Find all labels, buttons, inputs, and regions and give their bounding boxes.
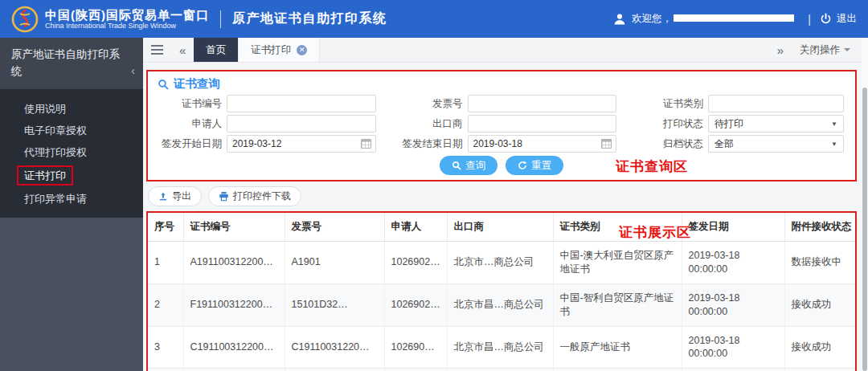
- search-button-label: 查询: [465, 159, 485, 173]
- cert-type-label: 证书类别: [637, 97, 708, 111]
- cell-exporter: 北京市昌…商总公司: [447, 326, 553, 369]
- cell-seq: 2: [148, 283, 183, 326]
- start-date-input[interactable]: [227, 135, 376, 153]
- tab-certificate-print-label: 证书打印: [251, 43, 291, 57]
- sidebar-item[interactable]: 打印异常申请: [0, 188, 143, 210]
- field-end-date: 签发结束日期: [397, 135, 617, 153]
- header-divider: [220, 10, 221, 28]
- body-row: 原产地证书自助打印系统 ‹ 使用说明 电子印章授权 代理打印授权: [0, 38, 868, 371]
- tab-close-icon[interactable]: ✕: [297, 45, 307, 55]
- tab-home[interactable]: 首页: [194, 38, 238, 62]
- app-title: 原产地证书自助打印系统: [232, 10, 387, 27]
- cell-cert-type: 一般原产地证书: [553, 326, 682, 369]
- table-row[interactable]: 2 F191100312200… 15101D32… 1026902… 北京市昌…: [148, 283, 855, 326]
- field-cert-no: 证书编号: [156, 95, 376, 112]
- sidebar-collapse-icon[interactable]: ‹: [131, 61, 135, 80]
- sidebar-item[interactable]: 证书打印: [0, 163, 143, 188]
- table-body: 1 A191100312200… A1901 1026902… 北京市…商总公司…: [148, 242, 855, 371]
- sidebar-filler: [0, 218, 143, 371]
- query-panel: 证书查询 证书编号 发票号 证书类别: [146, 70, 857, 181]
- cell-cert-type: 中国-智利自贸区原产地证书: [553, 283, 682, 326]
- field-exporter: 出口商: [397, 115, 617, 132]
- cell-cert-no: F191100312200…: [183, 283, 285, 326]
- table-header-cell: 出口商: [447, 213, 553, 242]
- cert-no-input[interactable]: [227, 95, 376, 112]
- scrollbar-thumb[interactable]: [862, 88, 867, 371]
- table-header-cell: 序号: [148, 213, 183, 242]
- vertical-scrollbar[interactable]: [862, 38, 868, 371]
- table-header-cell: 申请人: [384, 213, 447, 242]
- query-area-annotation: 证书查询区: [616, 157, 688, 176]
- export-icon: [158, 191, 168, 202]
- tab-bar-right: » 关闭操作: [769, 38, 862, 62]
- sidebar-item-label: 使用说明: [24, 103, 66, 115]
- archive-status-label: 归档状态: [637, 137, 708, 151]
- table-header-cell: 发票号: [285, 213, 384, 242]
- end-date-input[interactable]: [468, 135, 617, 153]
- select-caret-icon: ▼: [831, 120, 837, 128]
- scroll-tabs-left-icon[interactable]: «: [171, 38, 194, 62]
- print-control-download-button[interactable]: 打印控件下载: [208, 186, 301, 206]
- sidebar-title: 原产地证书自助打印系统 ‹: [0, 38, 143, 89]
- search-button[interactable]: 查询: [440, 156, 497, 175]
- brand-text: 中国(陕西)国际贸易单一窗口 China International Trade…: [45, 8, 209, 31]
- sidebar-item[interactable]: 使用说明: [0, 98, 143, 120]
- cell-attach-status: 接收成功: [784, 326, 855, 369]
- print-control-download-label: 打印控件下载: [233, 190, 291, 203]
- field-applicant: 申请人: [156, 115, 376, 132]
- printer-icon: [219, 191, 229, 202]
- export-button[interactable]: 导出: [148, 186, 202, 206]
- close-operations-dropdown[interactable]: 关闭操作: [792, 43, 862, 57]
- sidebar-item[interactable]: 电子印章授权: [0, 120, 143, 141]
- welcome-text: 欢迎您，: [632, 12, 672, 26]
- close-operations-label: 关闭操作: [800, 43, 840, 57]
- page-area: 证书查询 证书编号 发票号 证书类别: [143, 63, 862, 371]
- table-header-cell: 证书编号: [183, 213, 285, 242]
- cert-type-input[interactable]: [708, 95, 844, 112]
- calendar-icon[interactable]: [361, 139, 371, 149]
- table-header-cell: 附件接收状态: [784, 213, 855, 242]
- reset-button[interactable]: 重置: [506, 156, 563, 175]
- query-form: 证书编号 发票号 证书类别 申请人: [156, 95, 847, 153]
- archive-status-value: 全部: [714, 137, 734, 151]
- print-status-label: 打印状态: [637, 117, 708, 131]
- sidebar-item-label: 代理打印授权: [24, 146, 87, 158]
- exporter-input[interactable]: [468, 115, 617, 132]
- calendar-icon[interactable]: [601, 139, 612, 149]
- search-icon: [452, 161, 461, 170]
- field-cert-type: 证书类别: [637, 95, 844, 112]
- reset-button-label: 重置: [531, 159, 551, 173]
- invoice-no-input[interactable]: [468, 95, 617, 112]
- cell-invoice-no: C19110031220…: [285, 326, 384, 369]
- tab-home-label: 首页: [206, 43, 226, 57]
- end-date-label: 签发结束日期: [397, 137, 468, 151]
- query-section-title: 证书查询: [156, 74, 847, 95]
- table-row[interactable]: 1 A191100312200… A1901 1026902… 北京市…商总公司…: [148, 242, 855, 284]
- archive-status-select[interactable]: 全部 ▼: [708, 135, 844, 153]
- sidebar-menu: 使用说明 电子印章授权 代理打印授权 证书打印 打印异常: [0, 89, 143, 218]
- cell-exporter: 北京市…商总公司: [447, 242, 553, 284]
- menu-toggle-icon[interactable]: [143, 38, 171, 62]
- sidebar-item[interactable]: 代理打印授权: [0, 141, 143, 163]
- logout-button[interactable]: 退出: [837, 12, 857, 26]
- scroll-tabs-right-icon[interactable]: »: [769, 44, 792, 56]
- table-row[interactable]: 3 C191100312200… C19110031220… 102690… 北…: [148, 326, 855, 369]
- field-start-date: 签发开始日期: [156, 135, 376, 153]
- cell-invoice-no: 15101D32…: [285, 283, 384, 326]
- cell-seq: 1: [148, 242, 183, 284]
- display-area-annotation: 证书展示区: [619, 223, 691, 242]
- table-toolbar: 导出 打印控件下载: [148, 186, 857, 206]
- print-status-value: 待打印: [714, 117, 743, 131]
- print-status-select[interactable]: 待打印 ▼: [708, 115, 844, 132]
- certificate-table-panel: 序号 证书编号 发票号 申请人 出口商 证书类别: [146, 211, 857, 371]
- tab-certificate-print[interactable]: 证书打印 ✕: [238, 38, 320, 62]
- cell-applicant: 102690…: [384, 326, 447, 369]
- sidebar-item-label: 电子印章授权: [24, 124, 87, 137]
- power-icon[interactable]: [820, 13, 832, 25]
- certificate-table: 序号 证书编号 发票号 申请人 出口商 证书类别: [148, 213, 855, 371]
- query-section-title-text: 证书查询: [174, 76, 220, 92]
- table-header-cell: 签发日期: [682, 213, 784, 242]
- applicant-input[interactable]: [227, 115, 376, 132]
- exporter-label: 出口商: [397, 117, 468, 131]
- top-header: 中国(陕西)国际贸易单一窗口 China International Trade…: [0, 0, 868, 38]
